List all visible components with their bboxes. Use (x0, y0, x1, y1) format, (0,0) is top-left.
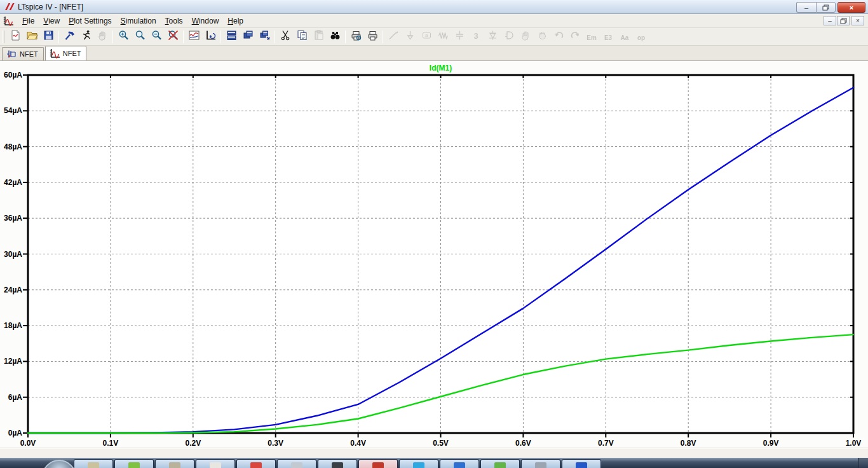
toolbar-grip (3, 31, 4, 43)
menu-window[interactable]: Window (187, 15, 224, 27)
tab-nfet-1[interactable]: NFET (2, 47, 44, 60)
find-button[interactable] (327, 29, 343, 45)
x-tick-label: 0.0V (20, 439, 36, 448)
copy-button[interactable] (294, 29, 310, 45)
zoom-out-icon (151, 29, 163, 44)
zoom-area-button[interactable] (132, 29, 148, 45)
place-text-button: Aa (616, 29, 633, 45)
taskbar-app-13-button[interactable] (562, 459, 601, 468)
print-button[interactable] (364, 29, 381, 45)
y-tick-label: 12µA (4, 357, 22, 366)
mirror-component-icon: Em (587, 31, 597, 43)
taskbar-app-12-icon (535, 462, 546, 468)
x-tick-label: 0.9V (763, 439, 779, 448)
taskbar-app-11-button[interactable] (480, 459, 520, 468)
halt-simulation-icon (97, 29, 109, 44)
undo-icon (553, 29, 565, 44)
zoom-area-icon (134, 29, 146, 44)
open-file-icon (26, 29, 38, 44)
spice-directive-button: op (633, 29, 649, 45)
rescale-axes-button[interactable] (202, 29, 219, 45)
start-button[interactable] (42, 460, 76, 468)
minimize-button[interactable]: – (796, 2, 816, 13)
taskbar-app-10-button[interactable] (440, 459, 479, 468)
save-button[interactable] (40, 29, 57, 45)
taskbar-app-7-button[interactable] (318, 459, 357, 468)
mdi-close-button[interactable]: × (851, 16, 864, 25)
y-tick-label: 54µA (4, 106, 22, 115)
zoom-full-extents-button[interactable] (165, 29, 181, 45)
x-tick-label: 0.6V (515, 439, 531, 448)
taskbar-app-8-icon (372, 462, 384, 468)
cascade-windows-button[interactable] (256, 29, 273, 45)
menu-simulation[interactable]: Simulation (116, 15, 161, 27)
halt-simulation-button (94, 29, 111, 45)
waveform-pane[interactable]: Id(M1) 0.0V0.1V0.2V0.3V0.4V0.5V0.6V0.7V0… (0, 61, 868, 448)
x-tick-label: 0.5V (433, 439, 449, 448)
taskbar-app-2-button[interactable] (114, 459, 154, 468)
place-capacitor-button (451, 29, 468, 45)
taskbar-app-1-button[interactable] (74, 459, 113, 468)
window-controls: –× (796, 2, 865, 13)
menu-plot-settings[interactable]: Plot Settings (64, 15, 116, 27)
taskbar-app-13-icon (576, 462, 587, 468)
mirror-component-button: Em (583, 29, 600, 45)
open-file-button[interactable] (24, 29, 40, 45)
restore-button[interactable] (816, 2, 836, 13)
place-label-button: a (418, 29, 435, 45)
status-bar (0, 448, 868, 458)
mdi-restore-button[interactable] (837, 16, 850, 25)
taskbar-app-6-button[interactable] (277, 459, 316, 468)
menu-tools[interactable]: Tools (161, 15, 187, 27)
build-netlist-button[interactable] (61, 29, 78, 45)
taskbar-app-1-icon (88, 462, 99, 468)
menu-view[interactable]: View (39, 15, 64, 27)
svg-text:a: a (425, 32, 428, 38)
tab-nfet-2[interactable]: NFET (45, 46, 87, 60)
autorange-waveform-button[interactable] (186, 29, 202, 45)
taskbar-app-8-button[interactable] (358, 459, 398, 468)
tile-horizontally-button[interactable] (223, 29, 240, 45)
zoom-out-button[interactable] (148, 29, 165, 45)
copy-icon (296, 29, 308, 44)
place-diode-icon (487, 29, 499, 44)
toolbar-separator (58, 31, 59, 43)
taskbar-app-12-button[interactable] (521, 459, 560, 468)
taskbar-app-3-button[interactable] (155, 459, 194, 468)
drag-icon (536, 29, 548, 44)
waveform-icon (49, 48, 60, 59)
waveform-document-icon (3, 16, 14, 26)
print-preview-button[interactable] (348, 29, 364, 45)
schematic-icon (6, 49, 17, 59)
show-desktop-button[interactable] (858, 458, 868, 468)
autorange-waveform-icon (188, 29, 200, 44)
y-tick-label: 24µA (4, 286, 22, 294)
draw-wire-button (385, 29, 402, 45)
place-resistor-icon (437, 29, 449, 44)
menu-bar: FileViewPlot SettingsSimulationToolsWind… (0, 14, 868, 28)
zoom-in-button[interactable] (115, 29, 132, 45)
place-component-button (501, 29, 517, 45)
taskbar-app-5-button[interactable] (236, 459, 276, 468)
x-tick-label: 1.0V (846, 439, 862, 448)
taskbar-app-4-button[interactable] (196, 459, 235, 468)
waveform-plot[interactable]: 0.0V0.1V0.2V0.3V0.4V0.5V0.6V0.7V0.8V0.9V… (0, 61, 868, 448)
menu-help[interactable]: Help (223, 15, 248, 27)
cascade-windows-icon (259, 29, 271, 44)
place-label-icon: a (421, 29, 433, 44)
taskbar-app-5-icon (250, 462, 262, 468)
close-button[interactable]: × (837, 2, 865, 13)
taskbar-app-9-button[interactable] (399, 459, 438, 468)
place-ground-icon (404, 29, 416, 44)
redo-button (567, 29, 583, 45)
find-icon (329, 29, 341, 44)
y-tick-label: 0µA (8, 429, 23, 437)
tile-vertically-button[interactable] (240, 29, 256, 45)
run-simulation-button[interactable] (78, 29, 94, 45)
y-tick-label: 18µA (4, 321, 22, 330)
mdi-minimize-button[interactable]: – (824, 16, 836, 25)
menu-file[interactable]: File (18, 15, 39, 27)
new-schematic-button[interactable] (7, 29, 24, 45)
svg-text:3: 3 (473, 31, 478, 41)
cut-button[interactable] (277, 29, 294, 45)
